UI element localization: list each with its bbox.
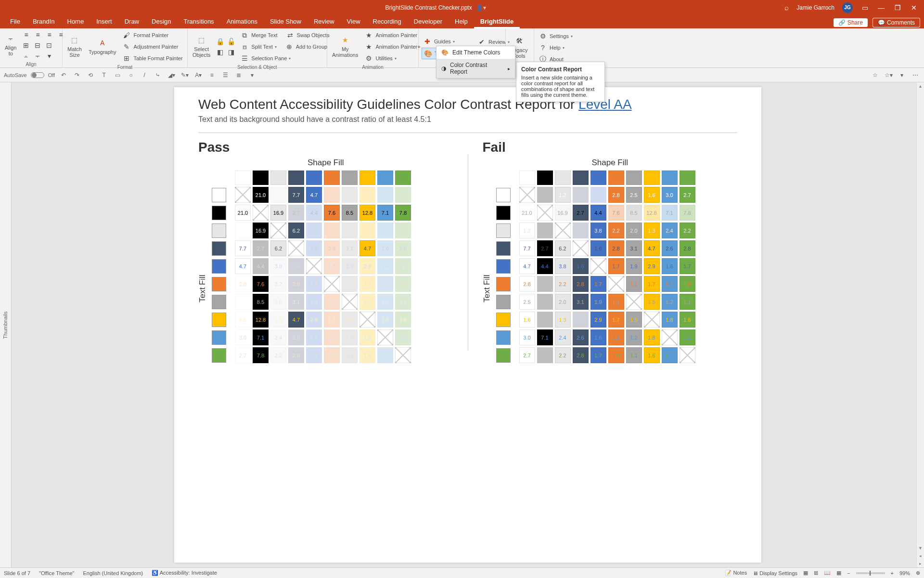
select-objects-button[interactable]: ⬚Select Objects [191,35,212,59]
tab-draw[interactable]: Draw [118,16,145,28]
tab-view[interactable]: View [341,16,367,28]
merge-text-button[interactable]: ⧉Merge Text [239,30,278,40]
autosave-label: AutoSave [4,72,27,78]
tab-brightslide[interactable]: BrightSlide [474,16,520,28]
palette-icon: 🎨 [441,49,449,56]
color-contrast-report-item[interactable]: ◑Color Contrast Report▸ [436,59,515,78]
search-icon[interactable]: ⌕ [784,3,789,12]
guides-button[interactable]: ✚Guides [422,36,473,47]
tab-recording[interactable]: Recording [367,16,408,28]
tab-developer[interactable]: Developer [408,16,449,28]
my-animations-button[interactable]: ★My Animations [330,35,360,59]
share-button[interactable]: 🔗 Share [834,18,868,27]
tab-help[interactable]: Help [449,16,474,28]
tab-animations[interactable]: Animations [220,16,264,28]
autosave-toggle[interactable] [31,72,44,78]
tab-transitions[interactable]: Transitions [178,16,220,28]
star-icon[interactable]: ☆ [870,72,880,79]
table-format-painter-button[interactable]: ⊞Table Format Painter [121,53,183,64]
minimize-icon[interactable]: — [877,4,886,12]
autosave-icon: 👤▾ [476,4,486,11]
settings-button[interactable]: ⚙Settings [537,31,574,41]
align-left-icon[interactable]: ≡ [21,30,31,39]
ribbon-display-icon[interactable]: ▭ [860,4,869,12]
match-size-button[interactable]: ⬚Match Size [65,35,84,59]
tab-insert[interactable]: Insert [90,16,118,28]
lock-icon[interactable]: 🔒 [215,37,225,46]
tooltip-body: Insert a new slide containing a color co… [521,75,600,82]
animation-painter-plus-button[interactable]: ★Animation Painter+ [363,41,421,52]
tab-home[interactable]: Home [61,16,90,28]
typography-button[interactable]: ATypography [87,38,118,56]
tab-brandin[interactable]: BrandIn [26,16,61,28]
edit-theme-colors-item[interactable]: 🎨Edit Theme Colors [436,46,515,59]
redo-icon[interactable]: ↷ [72,72,82,79]
tab-review[interactable]: Review [308,16,341,28]
utilities-button[interactable]: ⚙Utilities [363,53,421,64]
ribbon-tabs: FileBrandInHomeInsertDrawDesignTransitio… [0,15,924,28]
align-group-label: Align [3,61,59,68]
split-text-button[interactable]: ⧈Split Text [239,41,277,52]
theme-colors-dropdown: 🎨Edit Theme Colors ◑Color Contrast Repor… [436,46,515,79]
animation-painter-button[interactable]: ★Animation Painter [363,30,421,40]
undo-icon[interactable]: ↶ [59,72,68,79]
format-painter-button[interactable]: 🖌Format Painter [121,30,183,40]
swap-objects-button[interactable]: ⇄Swap Objects [284,30,331,40]
tab-design[interactable]: Design [145,16,177,28]
tab-file[interactable]: File [4,16,26,28]
restore-icon[interactable]: ❐ [893,4,902,12]
selection-pane-button[interactable]: ☰Selection Pane [239,53,330,64]
title-bar: BrightSlide Contrast Checker.pptx 👤▾ ⌕ J… [0,0,924,15]
tab-slide show[interactable]: Slide Show [264,16,308,28]
adjustment-painter-button[interactable]: ✎Adjustment Painter [121,41,183,52]
tooltip-title: Color Contrast Report [521,66,600,73]
contrast-icon: ◑ [441,65,446,72]
user-name: Jamie Garroch [796,4,834,11]
close-icon[interactable]: ✕ [910,4,918,12]
align-to-button[interactable]: ⫟Align to [3,33,18,57]
document-title: BrightSlide Contrast Checker.pptx [385,4,472,11]
add-to-group-button[interactable]: ⊕Add to Group [283,41,328,52]
help-button[interactable]: ?Help [537,42,574,53]
comments-button[interactable]: 💬 Comments [873,18,920,27]
avatar[interactable]: JG [842,2,853,13]
tooltip: Color Contrast Report Insert a new slide… [516,62,605,82]
